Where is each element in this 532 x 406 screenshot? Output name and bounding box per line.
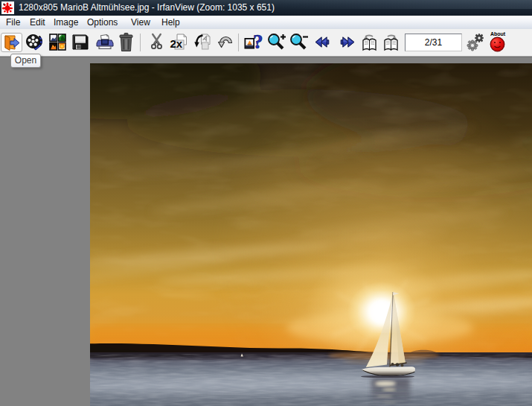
svg-text:2x: 2x <box>170 37 183 50</box>
svg-text:?: ? <box>253 32 263 52</box>
